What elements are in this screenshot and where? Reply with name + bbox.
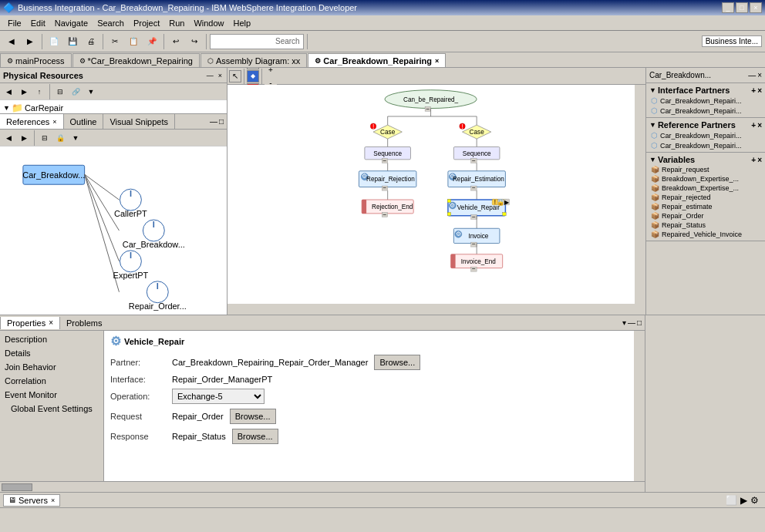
interface-partners-add-icon[interactable]: +: [751, 86, 756, 95]
ref-filter-button[interactable]: ▼: [69, 131, 83, 145]
minimize-panel-button[interactable]: —: [205, 72, 215, 79]
response-browse-button[interactable]: Browse...: [232, 429, 278, 444]
props-panel-minimize-button[interactable]: —: [628, 318, 635, 327]
copy-button[interactable]: 📋: [125, 33, 142, 50]
menu-help[interactable]: Help: [229, 17, 256, 29]
ref-panel-maximize-button[interactable]: □: [219, 117, 224, 126]
tab-close-icon[interactable]: ×: [435, 57, 439, 65]
variable-item[interactable]: 📦 Repair_Status: [648, 221, 763, 230]
save-button[interactable]: 💾: [64, 33, 81, 50]
tab-references[interactable]: References ×: [0, 114, 64, 129]
tab-servers[interactable]: 🖥 Servers ×: [3, 494, 60, 507]
select-tool[interactable]: □: [247, 68, 259, 69]
window-controls[interactable]: _ □ ×: [722, 2, 762, 13]
variable-item[interactable]: 📦 Repair_request: [648, 165, 763, 174]
props-item-event-monitor[interactable]: Event Monitor: [2, 388, 102, 402]
variable-item[interactable]: 📦 Repair_Order: [648, 211, 763, 221]
cursor-tool[interactable]: ↖: [229, 70, 241, 82]
menu-search[interactable]: Search: [93, 17, 129, 29]
operation-select[interactable]: Exchange-5: [172, 389, 265, 404]
ref-panel-minimize-button[interactable]: —: [210, 117, 217, 126]
servers-play-icon[interactable]: ▶: [740, 495, 747, 506]
zoom-in-tool[interactable]: +: [265, 68, 277, 76]
svg-text:⚙: ⚙: [450, 202, 455, 209]
menu-window[interactable]: Window: [189, 17, 228, 29]
variable-item[interactable]: 📦 Repair_rejected: [648, 193, 763, 202]
properties-tab-close-icon[interactable]: ×: [49, 318, 53, 327]
props-item-global-event-settings[interactable]: Global Event Settings: [2, 402, 102, 416]
servers-tab-close-icon[interactable]: ×: [51, 497, 55, 504]
menu-project[interactable]: Project: [129, 17, 164, 29]
right-panel-close-button[interactable]: ×: [757, 71, 762, 79]
interface-partner-item[interactable]: ⬡ Car_Breakdown_Repairi...: [648, 96, 763, 106]
diagram-scrollbar-vertical[interactable]: [635, 85, 645, 315]
partner-browse-button[interactable]: Browse...: [374, 355, 420, 370]
tab-visual-snippets[interactable]: Visual Snippets: [103, 114, 175, 129]
menu-navigate[interactable]: Navigate: [50, 17, 93, 29]
tree-link-button[interactable]: 🔗: [69, 85, 83, 99]
ref-back-button[interactable]: ◀: [2, 131, 15, 145]
tab-car-breakdown[interactable]: ⚙ *Car_Breakdown_Repairing: [72, 53, 200, 67]
maximize-button[interactable]: □: [736, 2, 748, 13]
ref-lock-button[interactable]: 🔒: [53, 131, 67, 145]
reference-partners-remove-icon[interactable]: ×: [757, 121, 762, 130]
tree-up-button[interactable]: ↑: [32, 85, 46, 99]
redo-button[interactable]: ↪: [186, 33, 203, 50]
tab-assembly[interactable]: ⬡ Assembly Diagram: xx: [201, 53, 307, 67]
servers-settings-icon[interactable]: ⚙: [750, 495, 759, 506]
tree-back-button[interactable]: ◀: [2, 85, 15, 99]
reference-partner-item[interactable]: ⬡ Car_Breakdown_Repairi...: [648, 140, 763, 150]
props-item-join-behavior[interactable]: Join Behavior: [2, 360, 102, 374]
tree-filter-button[interactable]: ▼: [84, 85, 98, 99]
svg-text:Repair_Order...: Repair_Order...: [129, 301, 187, 311]
variables-remove-icon[interactable]: ×: [757, 156, 762, 164]
diagram-scrollbar-horizontal[interactable]: [227, 304, 635, 315]
right-panel-minimize-button[interactable]: —: [748, 71, 756, 79]
menu-edit[interactable]: Edit: [26, 17, 50, 29]
back-button[interactable]: ◀: [3, 33, 20, 50]
menu-run[interactable]: Run: [164, 17, 189, 29]
props-panel-maximize-button[interactable]: □: [637, 318, 642, 327]
paste-button[interactable]: 📌: [143, 33, 160, 50]
tab-problems[interactable]: Problems: [60, 317, 108, 329]
variable-item[interactable]: 📦 Repair_estimate: [648, 202, 763, 211]
props-item-correlation[interactable]: Correlation: [2, 374, 102, 388]
tab-car-repairing[interactable]: ⚙ Car_Breakdown_Repairing ×: [308, 53, 446, 67]
tree-collapse-button[interactable]: ⊟: [53, 85, 67, 99]
reference-partners-add-icon[interactable]: +: [751, 121, 756, 130]
variable-item[interactable]: 📦 Repaired_Vehicle_Invoice: [648, 230, 763, 239]
request-browse-button[interactable]: Browse...: [230, 409, 276, 424]
cut-button[interactable]: ✂: [106, 33, 123, 50]
minimize-button[interactable]: _: [722, 2, 734, 13]
menu-file[interactable]: File: [3, 17, 26, 29]
props-panel-chevron-down-icon[interactable]: ▾: [622, 318, 626, 327]
tab-properties[interactable]: Properties ×: [0, 317, 60, 329]
operation-label: Operation:: [110, 392, 172, 401]
forward-button[interactable]: ▶: [22, 33, 39, 50]
props-item-details[interactable]: Details: [2, 346, 102, 360]
tree-forward-button[interactable]: ▶: [17, 85, 31, 99]
new-button[interactable]: 📄: [45, 33, 62, 50]
tree-item[interactable]: ▼ 📁 CarRepair: [2, 102, 225, 113]
undo-button[interactable]: ↩: [167, 33, 184, 50]
properties-hscrollbar[interactable]: [0, 481, 645, 492]
props-item-description[interactable]: Description: [2, 332, 102, 346]
print-button[interactable]: 🖨: [83, 33, 99, 50]
variables-add-icon[interactable]: +: [751, 156, 756, 164]
interface-partner-item[interactable]: ⬡ Car_Breakdown_Repairi...: [648, 106, 763, 116]
reference-partner-item[interactable]: ⬡ Car_Breakdown_Repairi...: [648, 130, 763, 140]
diamond-tool[interactable]: ◆: [247, 70, 259, 82]
ref-forward-button[interactable]: ▶: [17, 131, 31, 145]
servers-stop-icon[interactable]: ⬜: [726, 495, 737, 506]
tab-outline[interactable]: Outline: [64, 114, 104, 129]
variable-item[interactable]: 📦 Breakdown_Expertise_...: [648, 184, 763, 193]
tab-references-close-icon[interactable]: ×: [52, 118, 56, 126]
properties-scrollbar[interactable]: [634, 331, 645, 481]
close-button[interactable]: ×: [750, 2, 762, 13]
ref-collapse-button[interactable]: ⊟: [38, 131, 52, 145]
tab-mainprocess[interactable]: ⚙ mainProcess: [0, 53, 72, 67]
variable-item[interactable]: 📦 Breakdown_Expertise_...: [648, 174, 763, 184]
interface-partners-remove-icon[interactable]: ×: [757, 86, 762, 95]
search-input[interactable]: [214, 37, 275, 46]
close-panel-button[interactable]: ×: [217, 72, 224, 79]
